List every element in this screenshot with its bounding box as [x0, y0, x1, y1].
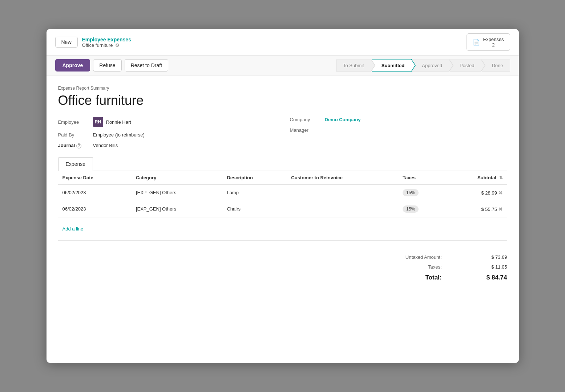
reset-to-draft-button[interactable]: Reset to Draft — [125, 59, 168, 72]
expense-table: Expense Date Category Description Custom… — [58, 171, 507, 217]
tabs: Expense — [58, 157, 507, 171]
pipeline-step-done[interactable]: Done — [482, 60, 510, 72]
form-right: Company Demo Company Manager — [290, 117, 507, 148]
cell-description: Lamp — [222, 184, 287, 201]
cell-description: Chairs — [222, 201, 287, 217]
employee-label: Employee — [58, 119, 87, 125]
col-description: Description — [222, 171, 287, 184]
form-fields: Employee RH Ronnie Hart Paid By Employee… — [58, 117, 507, 148]
action-buttons: Approve Refuse Reset to Draft — [55, 59, 169, 72]
page-title: Office furniture — [58, 93, 507, 108]
company-row: Company Demo Company — [290, 117, 507, 122]
new-button[interactable]: New — [55, 37, 78, 48]
cell-taxes: 15% — [398, 184, 444, 201]
breadcrumb-sub: Office furniture ⚙ — [82, 42, 131, 48]
manager-row: Manager — [290, 127, 507, 133]
tab-expense[interactable]: Expense — [58, 157, 93, 171]
delete-row-icon[interactable]: ✖ — [499, 206, 503, 212]
gear-icon[interactable]: ⚙ — [115, 42, 120, 48]
sort-icon[interactable]: ⇅ — [499, 175, 503, 180]
col-customer: Customer to Reinvoice — [287, 171, 398, 184]
avatar: RH — [93, 117, 103, 127]
taxes-row: Taxes: $ 11.05 — [391, 262, 507, 272]
totals-section: Untaxed Amount: $ 73.69 Taxes: $ 11.05 T… — [58, 246, 507, 289]
delete-row-icon[interactable]: ✖ — [499, 190, 503, 196]
cell-date: 06/02/2023 — [58, 201, 132, 217]
cell-customer — [287, 184, 398, 201]
form-left: Employee RH Ronnie Hart Paid By Employee… — [58, 117, 275, 148]
breadcrumb-section: Employee Expenses Office furniture ⚙ — [82, 37, 131, 48]
add-line-button[interactable]: Add a line — [58, 223, 88, 234]
cell-taxes: 15% — [398, 201, 444, 217]
untaxed-row: Untaxed Amount: $ 73.69 — [391, 252, 507, 262]
tax-badge: 15% — [403, 205, 419, 213]
totals-table: Untaxed Amount: $ 73.69 Taxes: $ 11.05 T… — [391, 252, 507, 283]
total-value: $ 84.74 — [478, 274, 507, 281]
tax-badge: 15% — [403, 189, 419, 196]
taxes-label: Taxes: — [391, 264, 442, 270]
pipeline-step-to_submit[interactable]: To Submit — [336, 60, 371, 72]
top-bar-left: New Employee Expenses Office furniture ⚙ — [55, 37, 131, 48]
approve-button[interactable]: Approve — [55, 59, 90, 72]
pipeline-step-approved[interactable]: Approved — [412, 60, 449, 72]
breadcrumb-subtitle: Office furniture — [82, 42, 113, 48]
untaxed-label: Untaxed Amount: — [391, 254, 442, 260]
document-icon: 📄 — [473, 39, 480, 46]
journal-value: Vendor Bills — [93, 143, 118, 148]
section-label: Expense Report Summary — [58, 86, 507, 91]
main-window: New Employee Expenses Office furniture ⚙… — [47, 29, 519, 363]
paid-by-row: Paid By Employee (to reimburse) — [58, 132, 275, 138]
journal-label: Journal ? — [58, 143, 87, 148]
expenses-count: 2 — [483, 42, 504, 48]
employee-name: Ronnie Hart — [106, 119, 131, 125]
cell-date: 06/02/2023 — [58, 184, 132, 201]
cell-category: [EXP_GEN] Others — [132, 201, 223, 217]
status-pipeline: To SubmitSubmittedApprovedPostedDone — [336, 60, 510, 72]
table-row: 06/02/2023 [EXP_GEN] Others Lamp 15% $ 2… — [58, 184, 507, 201]
cell-subtotal: $ 55.75 ✖ — [444, 201, 507, 217]
total-row: Total: $ 84.74 — [391, 272, 507, 283]
table-row: 06/02/2023 [EXP_GEN] Others Chairs 15% $… — [58, 201, 507, 217]
cell-category: [EXP_GEN] Others — [132, 184, 223, 201]
cell-subtotal: $ 28.99 ✖ — [444, 184, 507, 201]
col-subtotal: Subtotal ⇅ — [444, 171, 507, 184]
col-category: Category — [132, 171, 223, 184]
expenses-label: Expenses — [483, 37, 504, 42]
expenses-button[interactable]: 📄 Expenses 2 — [467, 33, 510, 51]
breadcrumb-link[interactable]: Employee Expenses — [82, 37, 131, 42]
pipeline-step-posted[interactable]: Posted — [450, 60, 481, 72]
top-bar: New Employee Expenses Office furniture ⚙… — [47, 29, 519, 56]
employee-value: RH Ronnie Hart — [93, 117, 131, 127]
company-value[interactable]: Demo Company — [325, 117, 361, 122]
total-label: Total: — [391, 274, 442, 281]
taxes-value: $ 11.05 — [478, 264, 507, 270]
pipeline-step-submitted[interactable]: Submitted — [372, 60, 412, 72]
paid-by-value: Employee (to reimburse) — [93, 132, 145, 138]
manager-label: Manager — [290, 127, 319, 133]
expenses-info: Expenses 2 — [483, 37, 504, 48]
divider — [58, 240, 507, 241]
employee-row: Employee RH Ronnie Hart — [58, 117, 275, 127]
col-taxes: Taxes — [398, 171, 444, 184]
paid-by-label: Paid By — [58, 132, 87, 138]
journal-help-icon[interactable]: ? — [76, 143, 81, 148]
company-label: Company — [290, 117, 319, 122]
action-bar: Approve Refuse Reset to Draft To SubmitS… — [47, 56, 519, 75]
col-date: Expense Date — [58, 171, 132, 184]
refuse-button[interactable]: Refuse — [93, 59, 121, 72]
untaxed-value: $ 73.69 — [478, 254, 507, 260]
content-area: Expense Report Summary Office furniture … — [47, 75, 519, 299]
journal-row: Journal ? Vendor Bills — [58, 143, 275, 148]
cell-customer — [287, 201, 398, 217]
